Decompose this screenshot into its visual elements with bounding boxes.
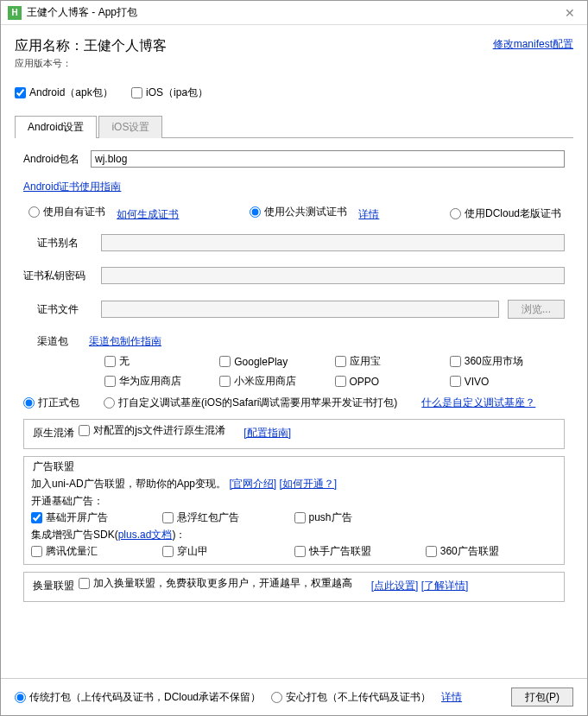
pack-button[interactable]: 打包(P) bbox=[511, 687, 573, 706]
file-label: 证书文件 bbox=[37, 302, 101, 317]
ads-basic-1[interactable]: 悬浮红包广告 bbox=[162, 510, 278, 525]
cert-guide-link[interactable]: Android证书使用指南 bbox=[23, 181, 121, 193]
obf-js-checkbox[interactable]: 对配置的js文件进行原生混淆 bbox=[79, 423, 225, 438]
channel-label: 渠道包 bbox=[37, 334, 89, 349]
cert-public-link[interactable]: 详情 bbox=[358, 208, 379, 220]
custom-base-link[interactable]: 什么是自定义调试基座？ bbox=[421, 396, 535, 410]
channel-guide-link[interactable]: 渠道包制作指南 bbox=[89, 334, 161, 349]
cert-key-input bbox=[101, 267, 565, 284]
footer-safe-radio[interactable]: 安心打包（不上传代码及证书） bbox=[271, 690, 431, 705]
ads-sdk-link[interactable]: plus.ad文档 bbox=[118, 529, 173, 541]
channel-checkbox-3[interactable]: 360应用市场 bbox=[450, 354, 549, 369]
cert-own-radio[interactable]: 使用自有证书 bbox=[28, 205, 105, 219]
app-icon: H bbox=[8, 6, 22, 20]
ads-sdk-3[interactable]: 360广告联盟 bbox=[426, 544, 541, 559]
ads-intro-link2[interactable]: [如何开通？] bbox=[279, 478, 337, 490]
browse-button[interactable]: 浏览... bbox=[508, 300, 565, 319]
tab-ios[interactable]: iOS设置 bbox=[98, 116, 162, 138]
close-icon[interactable]: ✕ bbox=[560, 6, 580, 20]
ads-title: 广告联盟 bbox=[31, 459, 76, 474]
footer-traditional-radio[interactable]: 传统打包（上传代码及证书，DCloud承诺不保留） bbox=[15, 690, 261, 705]
alias-label: 证书别名 bbox=[37, 236, 101, 250]
exchange-link1[interactable]: [点此设置] bbox=[371, 580, 419, 592]
ads-sdk-2[interactable]: 快手广告联盟 bbox=[294, 544, 410, 559]
channel-checkbox-5[interactable]: 小米应用商店 bbox=[219, 374, 319, 389]
platform-android-checkbox[interactable]: Android（apk包） bbox=[15, 86, 113, 100]
ads-sdk-1[interactable]: 穿山甲 bbox=[162, 544, 278, 559]
cert-old-radio[interactable]: 使用DCloud老版证书 bbox=[450, 206, 561, 221]
ads-basic-0[interactable]: 基础开屏广告 bbox=[31, 510, 147, 525]
channel-checkbox-4[interactable]: 华为应用商店 bbox=[104, 374, 204, 389]
ads-sdk-0[interactable]: 腾讯优量汇 bbox=[31, 544, 147, 559]
channel-checkbox-1[interactable]: GooglePlay bbox=[219, 354, 319, 369]
ads-intro-link1[interactable]: [官网介绍] bbox=[229, 478, 276, 490]
version-label: 应用版本号： bbox=[15, 57, 573, 70]
footer-detail-link[interactable]: 详情 bbox=[441, 690, 462, 705]
channel-checkbox-0[interactable]: 无 bbox=[104, 354, 204, 369]
pack-official-radio[interactable]: 打正式包 bbox=[23, 396, 79, 410]
titlebar: H 王健个人博客 - App打包 ✕ bbox=[1, 1, 587, 25]
window-title: 王健个人博客 - App打包 bbox=[27, 5, 560, 20]
channel-checkbox-7[interactable]: VIVO bbox=[450, 374, 549, 389]
exchange-checkbox[interactable]: 加入换量联盟，免费获取更多用户，开通越早，权重越高 bbox=[79, 576, 352, 591]
pack-custom-radio[interactable]: 打自定义调试基座(iOS的Safari调试需要用苹果开发证书打包) bbox=[104, 396, 397, 410]
cert-public-radio[interactable]: 使用公共测试证书 bbox=[250, 205, 347, 219]
key-label: 证书私钥密码 bbox=[23, 269, 101, 283]
cert-own-link[interactable]: 如何生成证书 bbox=[117, 208, 179, 220]
modify-manifest-link[interactable]: 修改manifest配置 bbox=[493, 37, 573, 52]
cert-alias-input bbox=[101, 234, 565, 251]
ads-basic-title: 开通基础广告： bbox=[31, 494, 557, 509]
cert-file-input bbox=[101, 301, 499, 318]
obf-guide-link[interactable]: [配置指南] bbox=[243, 427, 291, 439]
platform-ios-checkbox[interactable]: iOS（ipa包） bbox=[131, 86, 208, 100]
channel-checkbox-6[interactable]: OPPO bbox=[335, 374, 434, 389]
ads-basic-2[interactable]: push广告 bbox=[294, 510, 410, 525]
tab-android[interactable]: Android设置 bbox=[15, 116, 97, 138]
channel-checkbox-2[interactable]: 应用宝 bbox=[335, 354, 434, 369]
exchange-link2[interactable]: [了解详情] bbox=[421, 580, 469, 592]
package-name-input[interactable] bbox=[91, 150, 565, 168]
app-name: 应用名称：王健个人博客 bbox=[15, 37, 167, 55]
obf-title: 原生混淆 bbox=[31, 426, 76, 440]
exchange-title: 换量联盟 bbox=[31, 579, 76, 593]
pkg-label: Android包名 bbox=[23, 152, 91, 167]
